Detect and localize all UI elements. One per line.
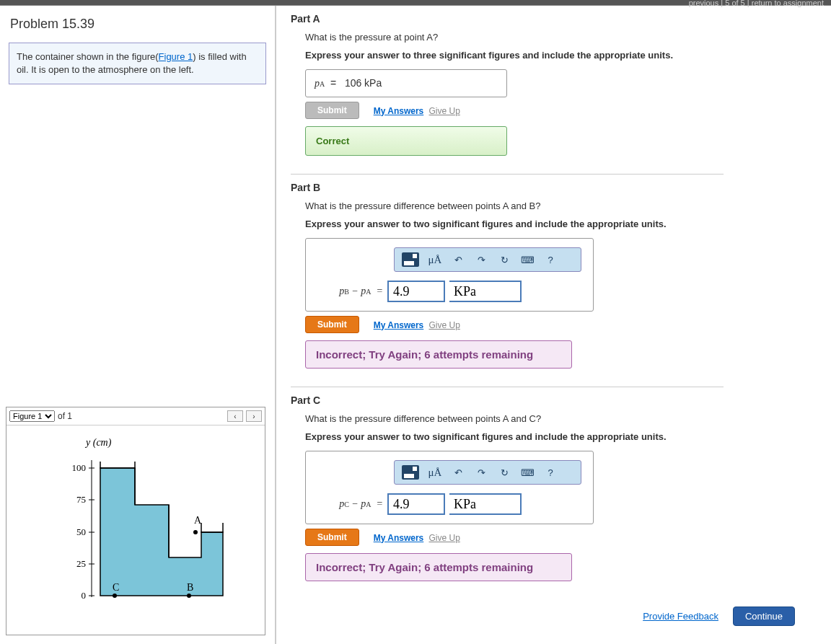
part-a: Part A What is the pressure at point A? … (291, 13, 817, 163)
part-b-value-input[interactable] (387, 281, 445, 302)
part-c-toolbar: μÅ ↶ ↷ ↻ ⌨ ? (394, 460, 581, 485)
figure-prev-button[interactable]: ‹ (227, 410, 243, 422)
part-c-submit-button[interactable]: Submit (305, 529, 359, 546)
part-a-question: What is the pressure at point A? (305, 32, 724, 43)
part-b-instruction: Express your answer to two significant f… (305, 219, 724, 229)
point-c-label: C (113, 582, 119, 593)
part-b-give-up-link[interactable]: Give Up (429, 320, 460, 330)
svg-point-13 (193, 530, 198, 534)
problem-description: The container shown in the figure(Figure… (9, 43, 266, 84)
problem-title: Problem 15.39 (6, 17, 269, 32)
reset-icon[interactable]: ↻ (497, 253, 511, 266)
svg-text:0: 0 (82, 590, 87, 601)
part-b-submit-button[interactable]: Submit (305, 316, 359, 333)
svg-text:75: 75 (76, 494, 86, 505)
part-c-my-answers-link[interactable]: My Answers (374, 533, 424, 543)
part-a-feedback: Correct (305, 126, 507, 156)
part-c-question: What is the pressure difference between … (305, 413, 724, 424)
part-b-question: What is the pressure difference between … (305, 200, 724, 211)
part-b-answer-box: μÅ ↶ ↷ ↻ ⌨ ? pB − pA = (305, 238, 594, 312)
svg-point-14 (187, 594, 191, 598)
undo-icon[interactable]: ↶ (451, 466, 465, 479)
undo-icon[interactable]: ↶ (451, 253, 465, 266)
reset-icon[interactable]: ↻ (497, 466, 511, 479)
figure-next-button[interactable]: › (246, 410, 262, 422)
part-c: Part C What is the pressure difference b… (291, 394, 817, 588)
part-a-sub: A (320, 80, 325, 88)
units-icon[interactable]: μÅ (428, 253, 442, 266)
point-b-label: B (187, 582, 193, 593)
part-a-var: p (315, 78, 320, 89)
svg-text:50: 50 (76, 526, 86, 537)
problem-desc-pre: The container shown in the figure( (17, 51, 159, 62)
redo-icon[interactable]: ↷ (474, 466, 488, 479)
keyboard-icon[interactable]: ⌨ (520, 253, 535, 266)
part-b-lhs: pB − pA = (315, 286, 383, 297)
part-a-value: 106 kPa (345, 77, 382, 89)
part-c-title: Part C (291, 394, 817, 406)
redo-icon[interactable]: ↷ (474, 253, 488, 266)
part-a-instruction: Express your answer to three significant… (305, 50, 724, 61)
fraction-icon[interactable] (402, 252, 419, 267)
help-icon[interactable]: ? (543, 253, 558, 266)
part-a-my-answers-link[interactable]: My Answers (374, 106, 424, 116)
keyboard-icon[interactable]: ⌨ (520, 466, 535, 479)
part-a-submit-button: Submit (305, 102, 359, 119)
part-b-feedback: Incorrect; Try Again; 6 attempts remaini… (305, 340, 572, 369)
part-b-toolbar: μÅ ↶ ↷ ↻ ⌨ ? (394, 247, 581, 272)
figure-image: y (cm) 100 75 50 25 0 A B C (6, 425, 265, 635)
part-c-feedback: Incorrect; Try Again; 6 attempts remaini… (305, 553, 572, 581)
svg-text:100: 100 (72, 462, 87, 473)
part-c-answer-box: μÅ ↶ ↷ ↻ ⌨ ? pC − pA = (305, 451, 594, 524)
part-c-unit-input[interactable] (449, 493, 522, 515)
help-icon[interactable]: ? (543, 466, 558, 479)
provide-feedback-link[interactable]: Provide Feedback (643, 611, 718, 622)
part-c-value-input[interactable] (387, 493, 445, 515)
nav-position: 5 of 5 (725, 0, 745, 7)
svg-text:25: 25 (76, 558, 86, 569)
nav-previous[interactable]: previous (689, 0, 719, 7)
part-a-eq: = (330, 77, 336, 89)
part-b-my-answers-link[interactable]: My Answers (374, 320, 424, 330)
part-c-give-up-link[interactable]: Give Up (429, 533, 460, 543)
svg-point-15 (113, 594, 117, 598)
fraction-icon[interactable] (402, 465, 419, 480)
part-a-give-up-link: Give Up (429, 106, 460, 116)
figure-link[interactable]: Figure 1 (159, 51, 193, 62)
part-b: Part B What is the pressure difference b… (291, 182, 817, 376)
figure-select[interactable]: Figure 1 (9, 410, 55, 422)
part-a-title: Part A (291, 13, 817, 25)
part-c-lhs: pC − pA = (315, 498, 383, 510)
units-icon[interactable]: μÅ (428, 466, 442, 479)
figure-panel: Figure 1 of 1 ‹ › y (cm) 100 75 50 25 0 (6, 407, 265, 635)
nav-return[interactable]: return to assignment (752, 0, 824, 7)
part-c-instruction: Express your answer to two significant f… (305, 431, 724, 442)
axis-y-label: y (cm) (84, 437, 112, 449)
point-a-label: A (194, 515, 202, 526)
part-a-answer-box: pA = 106 kPa (305, 69, 507, 97)
part-b-title: Part B (291, 182, 817, 193)
continue-button[interactable]: Continue (733, 606, 795, 626)
part-b-unit-input[interactable] (449, 281, 522, 302)
figure-of-text: of 1 (58, 411, 72, 421)
